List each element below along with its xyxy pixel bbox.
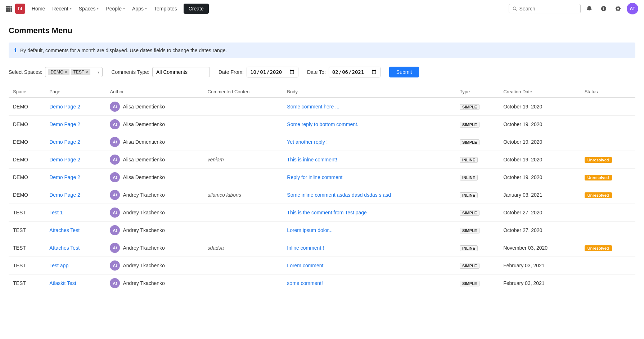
settings-button[interactable] xyxy=(612,3,624,14)
table-body: DEMODemo Page 2AtAlisa DementienkoSome c… xyxy=(9,98,635,292)
cell-status: Unresolved xyxy=(580,239,635,257)
spaces-select[interactable]: DEMO ✕ TEST ✕ ▾ xyxy=(45,67,103,77)
submit-button[interactable]: Submit xyxy=(389,67,419,77)
type-badge: SIMPLE xyxy=(460,228,479,233)
body-link[interactable]: Some inline comment asdas dasd dsdas s a… xyxy=(287,192,391,198)
cell-page: Demo Page 2 xyxy=(45,98,105,116)
author-avatar: At xyxy=(110,260,120,271)
svg-rect-5 xyxy=(10,8,12,10)
status-badge: Unresolved xyxy=(585,175,612,180)
author-avatar: At xyxy=(110,137,120,147)
logo[interactable]: ht xyxy=(15,4,25,14)
cell-page: Demo Page 2 xyxy=(45,186,105,204)
author-name: Andrey Tkachenko xyxy=(123,245,165,251)
cell-type: INLINE xyxy=(455,151,499,169)
cell-author: AtAlisa Dementienko xyxy=(105,133,203,151)
cell-author: AtAndrey Tkachenko xyxy=(105,257,203,275)
cell-creation-date: February 03, 2021 xyxy=(499,257,580,275)
svg-rect-0 xyxy=(6,6,8,8)
body-link[interactable]: Some comment here ... xyxy=(287,104,339,110)
page-title: Comments Menu xyxy=(9,26,635,35)
col-space: Space xyxy=(9,86,45,98)
nav-home[interactable]: Home xyxy=(28,0,49,17)
cell-commented-content xyxy=(203,98,283,116)
comments-type-select[interactable]: All Comments Inline Comments Simple Comm… xyxy=(152,67,210,77)
author-name: Andrey Tkachenko xyxy=(123,192,165,198)
author-cell: AtAndrey Tkachenko xyxy=(110,278,199,288)
help-button[interactable] xyxy=(598,3,609,14)
create-button[interactable]: Create xyxy=(184,4,209,14)
author-name: Andrey Tkachenko xyxy=(123,227,165,233)
svg-rect-3 xyxy=(6,8,8,10)
author-cell: AtAndrey Tkachenko xyxy=(110,208,199,218)
page-link[interactable]: Test app xyxy=(49,263,68,268)
date-from-input[interactable] xyxy=(247,67,298,77)
nav-people[interactable]: People ▾ xyxy=(102,0,129,17)
type-badge: INLINE xyxy=(460,157,478,163)
chevron-down-icon: ▾ xyxy=(123,6,125,10)
page-link[interactable]: Demo Page 2 xyxy=(49,139,80,145)
body-link[interactable]: This is the comment from Test page xyxy=(287,210,367,215)
page-link[interactable]: Test 1 xyxy=(49,210,63,215)
cell-type: INLINE xyxy=(455,169,499,186)
author-name: Alisa Dementienko xyxy=(123,174,165,180)
test-tag: TEST ✕ xyxy=(71,69,90,75)
body-link[interactable]: Lorem comment xyxy=(287,263,323,268)
table-row: TESTAttaches TestAtAndrey TkachenkoLorem… xyxy=(9,222,635,239)
cell-creation-date: October 27, 2020 xyxy=(499,204,580,222)
cell-creation-date: October 19, 2020 xyxy=(499,116,580,133)
page-link[interactable]: Demo Page 2 xyxy=(49,121,80,127)
author-cell: AtAndrey Tkachenko xyxy=(110,243,199,253)
body-link[interactable]: This is inlne comment! xyxy=(287,157,337,162)
date-from-filter-group: Date From: xyxy=(219,67,298,77)
cell-type: SIMPLE xyxy=(455,116,499,133)
page-link[interactable]: Demo Page 2 xyxy=(49,192,80,198)
nav-apps[interactable]: Apps ▾ xyxy=(129,0,150,17)
page-link[interactable]: Demo Page 2 xyxy=(49,157,80,162)
body-link[interactable]: Yet another reply ! xyxy=(287,139,328,145)
search-box[interactable] xyxy=(509,4,581,13)
select-spaces-label: Select Spaces: xyxy=(9,69,42,75)
nav-spaces[interactable]: Spaces ▾ xyxy=(75,0,103,17)
page-link[interactable]: Demo Page 2 xyxy=(49,104,80,110)
grid-icon[interactable] xyxy=(6,5,12,12)
cell-type: SIMPLE xyxy=(455,257,499,275)
top-navigation: ht Home Recent ▾ Spaces ▾ People ▾ Apps … xyxy=(0,0,644,17)
page-link[interactable]: Attaches Test xyxy=(49,245,80,251)
date-to-input[interactable] xyxy=(329,67,380,77)
spaces-filter-group: Select Spaces: DEMO ✕ TEST ✕ ▾ xyxy=(9,67,103,77)
chevron-down-icon: ▾ xyxy=(97,6,99,10)
user-avatar[interactable]: AT xyxy=(627,3,638,14)
author-name: Alisa Dementienko xyxy=(123,104,165,110)
cell-body: some comment! xyxy=(283,275,455,292)
cell-page: Demo Page 2 xyxy=(45,133,105,151)
search-input[interactable] xyxy=(519,6,577,12)
cell-commented-content: sdadsa xyxy=(203,239,283,257)
page-link[interactable]: Attaches Test xyxy=(49,227,80,233)
date-from-label: Date From: xyxy=(219,69,244,75)
nav-templates[interactable]: Templates xyxy=(150,0,181,17)
author-cell: AtAndrey Tkachenko xyxy=(110,260,199,271)
body-link[interactable]: some comment! xyxy=(287,280,323,286)
author-avatar: At xyxy=(110,208,120,218)
body-link[interactable]: Lorem ipsum dolor... xyxy=(287,227,333,233)
body-link[interactable]: Inline comment ! xyxy=(287,245,324,251)
remove-test-tag[interactable]: ✕ xyxy=(85,70,88,74)
svg-line-10 xyxy=(516,9,517,10)
author-cell: AtAndrey Tkachenko xyxy=(110,190,199,200)
body-link[interactable]: Reply for inline comment xyxy=(287,174,342,180)
cell-creation-date: February 03, 2021 xyxy=(499,275,580,292)
body-link[interactable]: Some reply to bottom comment. xyxy=(287,121,358,127)
page-link[interactable]: Atlaskit Test xyxy=(49,280,76,286)
comments-type-label: Comments Type: xyxy=(111,69,149,75)
nav-recent[interactable]: Recent ▾ xyxy=(49,0,75,17)
notifications-button[interactable] xyxy=(584,3,595,14)
status-badge: Unresolved xyxy=(585,157,612,163)
table-row: TESTAttaches TestAtAndrey Tkachenkosdads… xyxy=(9,239,635,257)
author-name: Alisa Dementienko xyxy=(123,121,165,127)
status-badge: Unresolved xyxy=(585,192,612,198)
remove-demo-tag[interactable]: ✕ xyxy=(64,70,67,74)
cell-creation-date: October 19, 2020 xyxy=(499,133,580,151)
filter-row: Select Spaces: DEMO ✕ TEST ✕ ▾ Comments … xyxy=(9,67,635,77)
page-link[interactable]: Demo Page 2 xyxy=(49,174,80,180)
